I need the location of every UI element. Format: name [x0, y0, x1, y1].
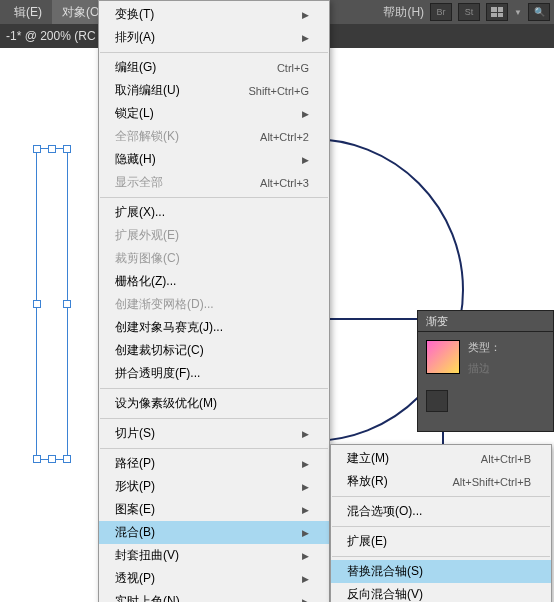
- object-menu-item-10[interactable]: 扩展(X)...: [99, 201, 329, 224]
- object-menu-item-19[interactable]: 设为像素级优化(M): [99, 392, 329, 415]
- object-menu-item-5[interactable]: 锁定(L)▶: [99, 102, 329, 125]
- object-menu-item-21[interactable]: 切片(S)▶: [99, 422, 329, 445]
- fill-stroke-swatch[interactable]: [426, 390, 448, 412]
- object-menu-item-12: 裁剪图像(C): [99, 247, 329, 270]
- object-menu-item-13[interactable]: 栅格化(Z)...: [99, 270, 329, 293]
- object-menu-item-28[interactable]: 透视(P)▶: [99, 567, 329, 590]
- blend-menu-item-7[interactable]: 替换混合轴(S): [331, 560, 551, 583]
- search-icon[interactable]: 🔍: [528, 3, 550, 21]
- bridge-icon[interactable]: Br: [430, 3, 452, 21]
- object-menu-item-4[interactable]: 取消编组(U)Shift+Ctrl+G: [99, 79, 329, 102]
- object-menu-item-6: 全部解锁(K)Alt+Ctrl+2: [99, 125, 329, 148]
- object-menu-item-23[interactable]: 路径(P)▶: [99, 452, 329, 475]
- blend-menu-item-3[interactable]: 混合选项(O)...: [331, 500, 551, 523]
- stroke-label: 描边: [468, 361, 501, 376]
- blend-menu-item-8[interactable]: 反向混合轴(V): [331, 583, 551, 602]
- object-menu-item-1[interactable]: 排列(A)▶: [99, 26, 329, 49]
- object-menu-item-27[interactable]: 封套扭曲(V)▶: [99, 544, 329, 567]
- object-menu-item-8: 显示全部Alt+Ctrl+3: [99, 171, 329, 194]
- object-menu-item-26[interactable]: 混合(B)▶: [99, 521, 329, 544]
- chevron-down-icon: ▼: [514, 8, 522, 17]
- object-menu-item-3[interactable]: 编组(G)Ctrl+G: [99, 56, 329, 79]
- stock-icon[interactable]: St: [458, 3, 480, 21]
- blend-menu-item-0[interactable]: 建立(M)Alt+Ctrl+B: [331, 447, 551, 470]
- object-menu-item-14: 创建渐变网格(D)...: [99, 293, 329, 316]
- menu-help[interactable]: 帮助(H): [383, 4, 424, 21]
- object-menu-item-11: 扩展外观(E): [99, 224, 329, 247]
- object-menu-item-16[interactable]: 创建裁切标记(C): [99, 339, 329, 362]
- gradient-panel: 渐变 类型： 描边: [417, 310, 554, 432]
- layout-icon[interactable]: [486, 3, 508, 21]
- gradient-type-label: 类型：: [468, 341, 501, 353]
- selection-box-1: [36, 148, 68, 460]
- object-menu-item-7[interactable]: 隐藏(H)▶: [99, 148, 329, 171]
- object-menu-item-25[interactable]: 图案(E)▶: [99, 498, 329, 521]
- menu-edit[interactable]: 辑(E): [4, 0, 52, 24]
- blend-submenu: 建立(M)Alt+Ctrl+B释放(R)Alt+Shift+Ctrl+B混合选项…: [330, 444, 552, 602]
- object-menu-item-15[interactable]: 创建对象马赛克(J)...: [99, 316, 329, 339]
- gradient-panel-title[interactable]: 渐变: [418, 311, 553, 332]
- document-tab[interactable]: -1* @ 200% (RC: [6, 29, 96, 43]
- object-menu-item-0[interactable]: 变换(T)▶: [99, 3, 329, 26]
- blend-menu-item-5[interactable]: 扩展(E): [331, 530, 551, 553]
- object-menu-item-29[interactable]: 实时上色(N)▶: [99, 590, 329, 602]
- gradient-swatch[interactable]: [426, 340, 460, 374]
- object-menu-item-17[interactable]: 拼合透明度(F)...: [99, 362, 329, 385]
- object-menu-item-24[interactable]: 形状(P)▶: [99, 475, 329, 498]
- top-right-icons: 帮助(H) Br St ▼ 🔍: [383, 3, 550, 21]
- blend-menu-item-1[interactable]: 释放(R)Alt+Shift+Ctrl+B: [331, 470, 551, 493]
- object-dropdown-menu: 变换(T)▶排列(A)▶编组(G)Ctrl+G取消编组(U)Shift+Ctrl…: [98, 0, 330, 602]
